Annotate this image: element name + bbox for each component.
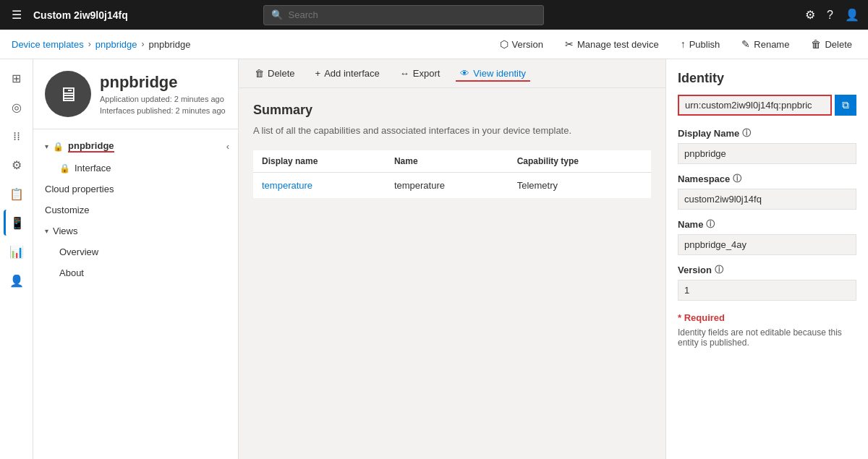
help-icon[interactable]: ?: [827, 9, 833, 22]
hamburger-menu[interactable]: ☰: [9, 5, 25, 25]
panel-title: Identity: [678, 71, 856, 86]
publish-icon: ↑: [681, 38, 686, 50]
sidebar-icon-dashboard[interactable]: ⊞: [4, 65, 30, 91]
collapse-icon[interactable]: ‹: [226, 141, 229, 152]
publish-label: Publish: [689, 39, 720, 50]
sidebar-icon-devices[interactable]: 📱: [4, 210, 30, 236]
summary-section: Summary A list of all the capabilities a…: [239, 88, 665, 213]
second-toolbar: Device templates › pnpbridge › pnpbridge…: [0, 30, 868, 59]
device-icon: 🖥: [58, 82, 78, 106]
namespace-label: Namespace ⓘ: [678, 173, 856, 185]
manage-label: Manage test device: [577, 39, 659, 50]
summary-title: Summary: [253, 103, 651, 118]
col-name: Name: [386, 150, 509, 173]
breadcrumb-device-templates[interactable]: Device templates: [12, 39, 84, 50]
version-info-icon[interactable]: ⓘ: [715, 264, 723, 276]
identity-input[interactable]: [678, 95, 832, 116]
summary-table-head: Display name Name Capability type: [253, 150, 651, 173]
col-capability-type: Capability type: [509, 150, 651, 173]
name-input[interactable]: [678, 234, 856, 255]
settings-icon[interactable]: ⚙: [805, 8, 815, 22]
breadcrumb-pnpbridge-1[interactable]: pnpbridge: [95, 39, 137, 50]
ct-delete-icon: 🗑: [255, 68, 264, 79]
required-note: Identity fields are not editable because…: [678, 327, 856, 348]
left-sidebar: ⊞ ◎ ⁞⁞ ⚙ 📋 📱 📊 👤: [0, 59, 33, 459]
nav-item-views[interactable]: ▾ Views: [33, 220, 238, 241]
rename-button[interactable]: ✎ Rename: [737, 35, 793, 53]
content-area: 🖥 pnpbridge Application updated: 2 minut…: [33, 59, 868, 459]
sidebar-icon-users[interactable]: 👤: [4, 267, 30, 293]
namespace-input[interactable]: [678, 189, 856, 210]
ct-delete-label: Delete: [268, 68, 295, 79]
nav-item-cloud-properties[interactable]: Cloud properties: [33, 179, 238, 200]
top-navigation: ☰ Custom 2iw9l0j14fq 🔍 ⚙ ? 👤: [0, 0, 868, 30]
sidebar-icon-settings[interactable]: ⚙: [4, 152, 30, 178]
chevron-down-icon: ▾: [45, 142, 48, 150]
breadcrumb-pnpbridge-2: pnpbridge: [149, 39, 191, 50]
row-display-name: temperature: [253, 173, 386, 199]
rename-label: Rename: [754, 39, 789, 50]
toolbar-actions: ⬡ Version ✂ Manage test device ↑ Publish…: [495, 35, 856, 53]
display-name-label: Display Name ⓘ: [678, 127, 856, 140]
copy-button[interactable]: ⧉: [835, 95, 856, 116]
sidebar-icon-docs[interactable]: 📋: [4, 181, 30, 207]
temperature-link[interactable]: temperature: [262, 180, 312, 191]
col-display-name: Display name: [253, 150, 386, 173]
version-button[interactable]: ⬡ Version: [495, 35, 548, 53]
breadcrumb: Device templates › pnpbridge › pnpbridge: [12, 39, 190, 50]
main-pane: 🗑 Delete + Add interface ↔ Export 👁 View…: [239, 59, 868, 459]
lock-icon-interface: 🔒: [59, 163, 70, 173]
search-input[interactable]: [289, 9, 536, 20]
delete-label: Delete: [825, 39, 852, 50]
nav-item-customize[interactable]: Customize: [33, 200, 238, 220]
row-capability-type: Telemetry: [509, 173, 651, 199]
summary-table: Display name Name Capability type temper…: [253, 150, 651, 199]
version-label: Version ⓘ: [678, 264, 856, 276]
search-bar[interactable]: 🔍: [263, 5, 544, 25]
nav-interface-label: Interface: [75, 163, 111, 173]
nav-overview-label: Overview: [59, 246, 98, 257]
nav-item-interface[interactable]: 🔒 Interface: [33, 158, 238, 179]
ct-add-icon: +: [315, 68, 321, 79]
nav-about-label: About: [59, 267, 84, 278]
version-icon: ⬡: [500, 38, 509, 50]
lock-icon: 🔒: [53, 142, 64, 152]
manage-test-device-button[interactable]: ✂ Manage test device: [561, 35, 663, 53]
sidebar-icon-apps[interactable]: ⁞⁞: [4, 123, 30, 149]
name-info-icon[interactable]: ⓘ: [706, 218, 715, 231]
nav-cloud-label: Cloud properties: [45, 184, 114, 194]
publish-button[interactable]: ↑ Publish: [676, 35, 725, 53]
device-avatar: 🖥: [45, 71, 91, 117]
row-name: temperature: [386, 173, 509, 199]
nav-item-root[interactable]: ▾ 🔒 pnpbridge ‹: [33, 135, 238, 158]
sidebar-icon-rules[interactable]: ◎: [4, 94, 30, 120]
ct-export-icon: ↔: [400, 68, 409, 79]
required-label: * Required: [678, 312, 856, 323]
ct-export-label: Export: [413, 68, 441, 79]
table-row: temperature temperature Telemetry: [253, 173, 651, 199]
ct-view-identity-button[interactable]: 👁 View identity: [456, 65, 530, 82]
user-icon[interactable]: 👤: [845, 8, 859, 22]
namespace-info-icon[interactable]: ⓘ: [733, 173, 741, 185]
display-name-info-icon[interactable]: ⓘ: [742, 127, 751, 140]
ct-delete-button[interactable]: 🗑 Delete: [250, 65, 299, 82]
display-name-input[interactable]: [678, 143, 856, 164]
manage-icon: ✂: [565, 38, 574, 50]
ct-add-interface-button[interactable]: + Add interface: [311, 65, 384, 82]
chevron-views-icon: ▾: [45, 227, 48, 235]
identity-row: ⧉: [678, 95, 856, 116]
name-label: Name ⓘ: [678, 218, 856, 231]
right-panel: Identity ⧉ Display Name ⓘ Namespace ⓘ Na…: [665, 59, 868, 459]
sidebar-icon-analytics[interactable]: 📊: [4, 239, 30, 265]
ct-export-button[interactable]: ↔ Export: [396, 65, 445, 82]
device-app-updated: Application updated: 2 minutes ago: [100, 95, 226, 103]
device-nav-panel: 🖥 pnpbridge Application updated: 2 minut…: [33, 59, 239, 459]
version-input[interactable]: [678, 280, 856, 301]
delete-button[interactable]: 🗑 Delete: [807, 35, 856, 53]
nav-item-about[interactable]: About: [33, 262, 238, 283]
content-toolbar: 🗑 Delete + Add interface ↔ Export 👁 View…: [239, 59, 665, 88]
center-content: 🗑 Delete + Add interface ↔ Export 👁 View…: [239, 59, 665, 459]
ct-add-label: Add interface: [324, 68, 380, 79]
rename-icon: ✎: [741, 38, 750, 50]
nav-item-overview[interactable]: Overview: [33, 241, 238, 262]
